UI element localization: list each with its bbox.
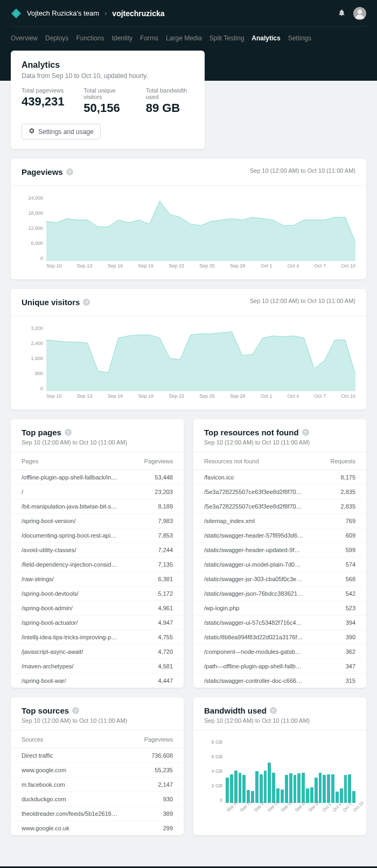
bar[interactable] <box>310 787 313 803</box>
bar[interactable] <box>264 771 267 803</box>
bar[interactable] <box>323 775 326 803</box>
table-row[interactable]: /5e3a728225507ce63f3ee8d2f8f702cf/5e3a72… <box>193 485 366 499</box>
table-row[interactable]: /static/8b8ea994f83d22d021a3176f95c3252f… <box>193 630 366 645</box>
table-row[interactable]: /static/swagger-ui-57c53482f716c4648ec5d… <box>193 616 366 630</box>
bar[interactable] <box>242 775 246 803</box>
top-pages-card: Top pages ? Sep 10 (12:00 AM) to Oct 10 … <box>11 419 184 688</box>
table-row[interactable]: /maven-archetypes/4,581 <box>11 659 184 674</box>
table-row[interactable]: /wp-login.php523 <box>193 601 366 616</box>
table-row[interactable]: /static/swagger-header-updated-9fe87e20c… <box>193 543 366 558</box>
bar[interactable] <box>302 773 305 803</box>
nav-split-testing[interactable]: Split Testing <box>210 34 244 42</box>
bar[interactable] <box>306 788 309 803</box>
nav-functions[interactable]: Functions <box>76 34 104 42</box>
nav-settings[interactable]: Settings <box>288 34 311 42</box>
table-row[interactable]: theoldreader.com/feeds/5b1e2616fea0e7c20… <box>11 807 184 821</box>
settings-usage-button[interactable]: Settings and usage <box>22 124 101 139</box>
bar[interactable] <box>268 763 271 803</box>
table-row[interactable]: /static/swagger-json-76bdcc3836216271c0d… <box>193 587 366 601</box>
info-icon[interactable]: ? <box>270 707 277 714</box>
table-row[interactable]: /spring-boot-admin/4,961 <box>11 601 184 616</box>
bar[interactable] <box>344 775 347 803</box>
chevron-right-icon: › <box>104 9 107 17</box>
bar[interactable] <box>281 789 284 803</box>
page-title: Analytics <box>22 60 194 70</box>
bar[interactable] <box>289 773 292 803</box>
table-row[interactable]: /documenting-spring-boot-rest-api-swagge… <box>11 528 184 543</box>
bar[interactable] <box>327 774 330 803</box>
table-row[interactable]: /spring-boot-actuator/4,947 <box>11 616 184 630</box>
bar[interactable] <box>331 774 334 803</box>
bandwidth-label: Total bandwidth used <box>146 87 194 100</box>
bar[interactable] <box>294 775 297 803</box>
table-row[interactable]: /bit-manipulation-java-bitwise-bit-shift… <box>11 499 184 514</box>
bar[interactable] <box>336 792 339 803</box>
gear-icon <box>29 128 35 136</box>
site-nav: OverviewDeploysFunctionsIdentityFormsLar… <box>11 27 366 51</box>
bar[interactable] <box>319 773 322 803</box>
table-row[interactable]: www.google.co.uk299 <box>11 821 184 836</box>
avatar[interactable] <box>353 7 366 20</box>
nav-identity[interactable]: Identity <box>111 34 132 42</box>
table-row[interactable]: /javascript-async-await/4,720 <box>11 645 184 659</box>
table-row[interactable]: /path---offline-plugin-app-shell-fallbac… <box>193 659 366 674</box>
info-icon[interactable]: ? <box>72 707 79 714</box>
bar[interactable] <box>285 775 288 803</box>
bandwidth-card: Bandwidth used ? Sep 10 (12:00 AM) to Oc… <box>193 697 366 835</box>
nav-forms[interactable]: Forms <box>140 34 158 42</box>
pageviews-label: Total pageviews <box>22 87 69 94</box>
analytics-summary-card: Analytics Data from Sep 10 to Oct 10, up… <box>11 51 205 149</box>
nav-deploys[interactable]: Deploys <box>45 34 68 42</box>
bar[interactable] <box>260 774 263 803</box>
card-range: Sep 10 (12:00 AM) to Oct 10 (11:00 AM) <box>204 439 355 446</box>
table-row[interactable]: /static/swagger-ui-model-plain-7d0901673… <box>193 558 366 572</box>
info-icon[interactable]: ? <box>302 429 309 436</box>
bar[interactable] <box>239 773 242 803</box>
netlify-logo-icon[interactable] <box>11 8 22 19</box>
bar[interactable] <box>255 771 259 803</box>
bar[interactable] <box>234 771 238 803</box>
table-row[interactable]: /intellij-idea-tips-tricks-improving-per… <box>11 630 184 645</box>
table-row[interactable]: /favicon.ico8,175 <box>193 470 366 485</box>
table-row[interactable]: /field-dependency-injection-considered-h… <box>11 558 184 572</box>
table-row[interactable]: www.google.com55,235 <box>11 763 184 778</box>
table-row[interactable]: /spring-boot-war/4,447 <box>11 674 184 688</box>
table-row[interactable]: /spring-boot-devtools/5,172 <box>11 587 184 601</box>
table-row[interactable]: m.facebook.com2,147 <box>11 778 184 792</box>
info-icon[interactable]: ? <box>65 429 72 436</box>
bar[interactable] <box>352 791 355 803</box>
notifications-icon[interactable] <box>338 9 346 18</box>
table-row[interactable]: /spring-boot-version/7,983 <box>11 514 184 528</box>
info-icon[interactable]: ? <box>66 168 73 175</box>
visitors-label: Total unique visitors <box>83 87 131 100</box>
nav-large-media[interactable]: Large Media <box>166 34 202 42</box>
table-row[interactable]: Direct traffic736,608 <box>11 749 184 763</box>
breadcrumb-site[interactable]: vojtechruzicka <box>112 9 164 18</box>
table-row[interactable]: duckduckgo.com930 <box>11 792 184 807</box>
bar[interactable] <box>348 774 351 803</box>
table-row[interactable]: /static/swagger-jsr-303-cba05f0c3e718c0e… <box>193 572 366 587</box>
nav-analytics[interactable]: Analytics <box>252 34 280 42</box>
table-row[interactable]: /static/swagger-controller-doc-c6666b121… <box>193 674 366 688</box>
bar[interactable] <box>251 791 254 803</box>
table-row[interactable]: /component---node-modules-gatsby-plugin-… <box>193 645 366 659</box>
visitors-value: 50,156 <box>83 101 131 115</box>
table-row[interactable]: /23,203 <box>11 485 184 499</box>
bar[interactable] <box>230 774 233 803</box>
table-row[interactable]: /avoid-utility-classes/7,244 <box>11 543 184 558</box>
info-icon[interactable]: ? <box>83 299 90 306</box>
not-found-card: Top resources not found ? Sep 10 (12:00 … <box>193 419 366 688</box>
bar[interactable] <box>340 788 343 803</box>
nav-overview[interactable]: Overview <box>11 34 38 42</box>
bar[interactable] <box>226 778 229 803</box>
table-row[interactable]: /sitemap_index.xml769 <box>193 514 366 528</box>
table-row[interactable]: /raw-strings/6,381 <box>11 572 184 587</box>
chart-range: Sep 10 (12:00 AM) to Oct 10 (11:00 AM) <box>250 298 355 304</box>
card-title: Top resources not found ? <box>204 428 355 437</box>
table-row[interactable]: /5e3a728225507ce63f3ee8d2f8f702cf2,835 <box>193 499 366 514</box>
table-row[interactable]: /static/swagger-header-57f895d3d6ae89d8d… <box>193 528 366 543</box>
breadcrumb-team[interactable]: Vojtech Ruzicka's team <box>27 9 99 17</box>
bar[interactable] <box>272 773 275 803</box>
bar[interactable] <box>297 773 301 803</box>
table-row[interactable]: /offline-plugin-app-shell-fallback/index… <box>11 470 184 485</box>
